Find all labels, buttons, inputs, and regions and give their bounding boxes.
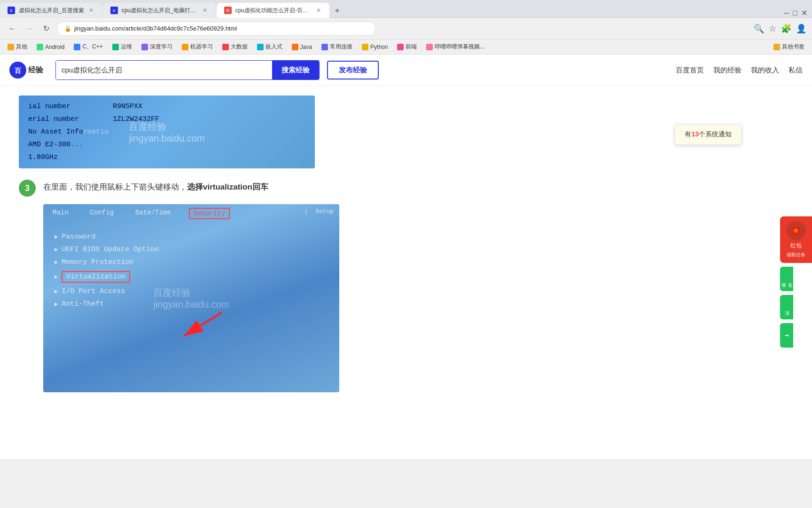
bookmark-label: 大数据 bbox=[231, 43, 248, 51]
publish-button[interactable]: 发布经验 bbox=[327, 61, 379, 79]
side-btn-3[interactable]: ⬆ bbox=[780, 323, 793, 348]
bookmark-other[interactable]: 其他书签 bbox=[770, 41, 808, 52]
url-bar[interactable]: 🔒 jingyan.baidu.com/article/d3b74d64dc9c… bbox=[56, 22, 376, 36]
page-content: 百 经验 搜索经验 发布经验 百度首页 我的经验 我的收入 私信 有13个系统通… bbox=[0, 55, 812, 459]
notification-suffix: 个系统通知 bbox=[699, 130, 732, 138]
bookmark-label: 机器学习 bbox=[190, 43, 213, 51]
tab-1[interactable]: B 虚拟化怎么开启_百度搜索 ✕ bbox=[0, 3, 102, 18]
search-input[interactable] bbox=[56, 61, 272, 79]
bios-row-3-value: No Asset Info bbox=[28, 128, 83, 136]
nav-home[interactable]: 百度首页 bbox=[676, 66, 704, 75]
tab-close-3[interactable]: ✕ bbox=[315, 6, 322, 15]
tab-label-3: cpu虚拟化功能怎么开启-百度经... bbox=[235, 7, 312, 15]
bookmark-cpp[interactable]: C、C++ bbox=[70, 41, 106, 52]
bios-menu-security: Security bbox=[189, 208, 230, 219]
bios-row-1-label: ial number bbox=[28, 103, 70, 111]
bookmark-label: 前端 bbox=[406, 43, 417, 51]
search-icon[interactable]: 🔍 bbox=[754, 24, 764, 34]
bookmark-label: 其他书签 bbox=[782, 43, 804, 51]
shenduxuexi-icon bbox=[141, 44, 148, 50]
bios-row-5-value: 1.80GHz bbox=[28, 153, 58, 161]
search-box: 搜索经验 bbox=[55, 60, 320, 80]
bookmark-changyong[interactable]: 常用连接 bbox=[318, 41, 356, 52]
notification-prefix: 有 bbox=[685, 130, 691, 138]
refresh-button[interactable]: ↻ bbox=[39, 22, 53, 35]
bios-screenshot: Main Config Date/Time Security | Setup ▶… bbox=[43, 204, 339, 392]
tab-2[interactable]: B cpu虚拟化怎么开启_电脑打开... ✕ bbox=[103, 3, 216, 18]
bios-item-io: ▶ I/O Port Access bbox=[55, 285, 328, 298]
arrow-password: ▶ bbox=[55, 233, 58, 240]
bios-label-uefi: UEFI BIOS Update Option bbox=[62, 246, 159, 254]
tab-favicon-3: 经 bbox=[224, 7, 232, 14]
bookmark-android[interactable]: Android bbox=[33, 42, 68, 52]
tab-bar: B 虚拟化怎么开启_百度搜索 ✕ B cpu虚拟化怎么开启_电脑打开... ✕ … bbox=[0, 0, 812, 18]
bookmark-label: 哔哩哔哩弹幕视频... bbox=[435, 43, 484, 51]
bookmark-label: Java bbox=[300, 44, 312, 50]
bookmark-shenduxuexi[interactable]: 深度学习 bbox=[138, 41, 176, 52]
minimize-button[interactable]: ─ bbox=[784, 9, 789, 17]
qianduan-icon bbox=[397, 44, 404, 50]
url-text: jingyan.baidu.com/article/d3b74d64dc9c7c… bbox=[74, 25, 237, 32]
profile-icon[interactable]: 👤 bbox=[796, 24, 806, 34]
bookmarks-bar: 其他 Android C、C++ 运维 深度学习 机器学习 大数据 嵌入式 bbox=[0, 40, 812, 55]
bios-item-virtualization: ▶ Virtualization bbox=[55, 269, 328, 285]
red-packet-widget[interactable]: 🧧 红包 领取任务 bbox=[780, 216, 812, 263]
bookmark-bilibili[interactable]: 哔哩哔哩弹幕视频... bbox=[422, 41, 488, 52]
bookmark-qita[interactable]: 其他 bbox=[4, 41, 31, 52]
bios-label-memory: Memory Protection bbox=[62, 258, 133, 266]
bios-row-2-label: erial number bbox=[28, 115, 79, 123]
bios-item-password: ▶ Password bbox=[55, 230, 328, 243]
nav-message[interactable]: 私信 bbox=[789, 66, 803, 75]
bookmark-java[interactable]: Java bbox=[288, 42, 316, 52]
address-bar: ← → ↻ 🔒 jingyan.baidu.com/article/d3b74d… bbox=[0, 18, 812, 40]
forward-button[interactable]: → bbox=[23, 22, 36, 35]
bios-label-io: I/O Port Access bbox=[62, 287, 125, 295]
search-button[interactable]: 搜索经验 bbox=[272, 61, 319, 79]
nav-my-jingyan[interactable]: 我的经验 bbox=[713, 66, 742, 75]
red-arrow-indicator bbox=[175, 308, 231, 347]
site-logo-text: 经验 bbox=[28, 65, 43, 75]
bookmark-icon[interactable]: ☆ bbox=[769, 24, 776, 34]
tab-favicon-1: B bbox=[8, 7, 15, 14]
maximize-button[interactable]: □ bbox=[793, 9, 797, 17]
new-tab-button[interactable]: + bbox=[330, 4, 344, 17]
close-browser-button[interactable]: ✕ bbox=[801, 8, 807, 17]
nav-my-income[interactable]: 我的收入 bbox=[751, 66, 779, 75]
site-logo[interactable]: 百 经验 bbox=[9, 62, 43, 79]
arrow-memory: ▶ bbox=[55, 259, 58, 266]
bookmark-yunwei[interactable]: 运维 bbox=[109, 41, 136, 52]
bookmark-label: 运维 bbox=[121, 43, 132, 51]
side-btn-2[interactable]: 顶 bbox=[780, 295, 793, 319]
step-3-container: 3 在里面，我们使用鼠标上下箭头键移动，选择virtualization回车 bbox=[19, 178, 338, 197]
notification-popup[interactable]: 有13个系统通知 bbox=[675, 124, 742, 145]
step-number-3: 3 bbox=[19, 180, 36, 197]
bookmark-label: 其他 bbox=[16, 43, 27, 51]
qianrushi-icon bbox=[257, 44, 264, 50]
changyong-icon bbox=[321, 44, 328, 50]
svg-text:百: 百 bbox=[15, 67, 22, 74]
extensions-icon[interactable]: 🧩 bbox=[781, 24, 791, 34]
bookmark-qianrushi[interactable]: 嵌入式 bbox=[253, 41, 286, 52]
bios-menu-main: Main bbox=[49, 208, 72, 219]
tab-close-2[interactable]: ✕ bbox=[202, 6, 208, 15]
header-nav: 百度首页 我的经验 我的收入 私信 bbox=[676, 66, 803, 75]
bookmark-jiqixuexi[interactable]: 机器学习 bbox=[178, 41, 217, 52]
arrow-io: ▶ bbox=[55, 288, 58, 295]
arrow-antitheft: ▶ bbox=[55, 301, 58, 308]
bookmark-dashuju[interactable]: 大数据 bbox=[219, 41, 251, 52]
java-icon bbox=[292, 44, 298, 50]
android-icon bbox=[37, 44, 43, 50]
back-button[interactable]: ← bbox=[6, 22, 19, 35]
tab-close-1[interactable]: ✕ bbox=[88, 6, 94, 15]
side-btn-1[interactable]: 客服 bbox=[780, 267, 793, 291]
bookmark-qianduan[interactable]: 前端 bbox=[393, 41, 421, 52]
python-icon bbox=[362, 44, 368, 50]
article-content: ial number R9N5PXX erial number 1ZL2W243… bbox=[0, 86, 357, 402]
bookmark-label: 嵌入式 bbox=[265, 43, 282, 51]
cpp-icon bbox=[74, 44, 80, 50]
bookmark-python[interactable]: Python bbox=[358, 42, 391, 52]
step-text-3: 在里面，我们使用鼠标上下箭头键移动，选择virtualization回车 bbox=[43, 178, 268, 193]
tab-3[interactable]: 经 cpu虚拟化功能怎么开启-百度经... ✕ bbox=[217, 3, 329, 18]
bios-top-image: ial number R9N5PXX erial number 1ZL2W243… bbox=[19, 95, 315, 168]
svg-line-3 bbox=[184, 312, 222, 336]
